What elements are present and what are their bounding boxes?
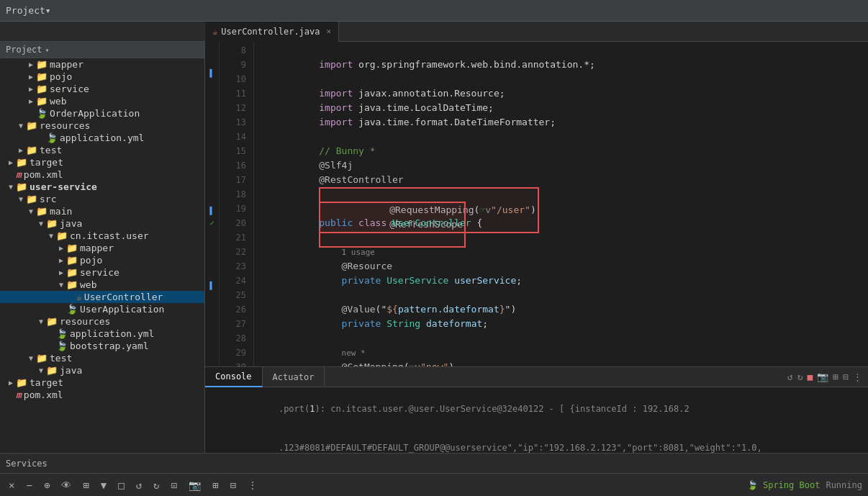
close-btn[interactable]: × — [6, 478, 17, 492]
project-label[interactable]: Project — [6, 5, 45, 16]
chart2-icon[interactable]: ⊟ — [227, 478, 238, 492]
arrow-icon: ▶ — [6, 158, 16, 166]
tree-item[interactable]: ▶ 📁 test — [0, 144, 204, 156]
gutter-row — [205, 104, 219, 117]
tree-label: mapper — [50, 59, 83, 70]
yaml-icon: 🍃 — [46, 132, 58, 143]
gutter-row — [205, 42, 219, 54]
tree-label: pojo — [50, 71, 72, 82]
tree-item[interactable]: ▶ 📁 web — [0, 95, 204, 107]
code-container[interactable]: ▌ ▌ ✓ ▌ — [205, 42, 868, 366]
add-btn[interactable]: ⊕ — [41, 478, 53, 492]
tree-item[interactable]: ▶ 📁 mapper — [0, 242, 204, 254]
folder-icon: 📁 — [56, 230, 68, 241]
code-line: public class UserController { — [263, 202, 868, 216]
tree-item-service[interactable]: ▶ 📁 service — [0, 83, 204, 95]
tree-item-user-service[interactable]: ▼ 📁 user-service — [0, 181, 204, 193]
code-line — [263, 216, 868, 230]
sidebar-header: Project ▾ — [0, 42, 204, 58]
tab-console[interactable]: Console — [205, 367, 263, 387]
tree-label: pom.xml — [24, 169, 63, 180]
code-line: public String now() { return LocalDateTi… — [263, 360, 868, 366]
tree-item[interactable]: ▼ 📁 java — [0, 217, 204, 230]
editor-area: ▌ ▌ ✓ ▌ — [205, 42, 868, 453]
console-line: .123#8081#DEFAULT#DEFAULT_GROUP@@userser… — [211, 428, 862, 453]
gutter-row — [205, 341, 219, 353]
more2-icon[interactable]: ⋮ — [245, 478, 261, 492]
tree-item[interactable]: ▼ 📁 web — [0, 279, 204, 291]
refresh-icon[interactable]: ↺ — [787, 371, 793, 382]
tree-label: web — [80, 279, 96, 290]
tab-bar: ☕ UserController.java × — [0, 22, 868, 42]
square-icon[interactable]: □ — [115, 478, 127, 492]
tree-item[interactable]: m pom.xml — [0, 389, 204, 401]
yaml-icon: 🍃 — [56, 341, 68, 351]
tree-item[interactable]: 🍃 application.yml — [0, 328, 204, 340]
grid-icon[interactable]: ⊞ — [833, 371, 838, 382]
tree-item[interactable]: 🍃 OrderApplication — [0, 107, 204, 120]
running-label: Running — [826, 480, 862, 490]
tree-item[interactable]: ▶ 📁 target — [0, 376, 204, 389]
folder-icon: 📁 — [66, 255, 78, 266]
tree-item[interactable]: 🍃 UserApplication — [0, 303, 204, 315]
camera-icon[interactable]: 📷 — [817, 371, 828, 382]
folder-icon: 📁 — [16, 181, 27, 192]
code-line: @GetMapping(☞v"now") — [263, 346, 868, 360]
gutter-row — [205, 117, 219, 129]
refresh2-icon[interactable]: ↻ — [797, 371, 803, 382]
tree-item[interactable]: ▼ 📁 cn.itcast.user — [0, 230, 204, 242]
tab-label: UserController.java — [221, 27, 320, 37]
gutter-row — [205, 317, 219, 329]
tree-label: java — [60, 365, 82, 376]
chevron-down-icon[interactable]: ▼ — [98, 478, 109, 492]
arrow-icon: ▶ — [56, 256, 66, 264]
tree-item-usercontroller[interactable]: ☕ UserController — [0, 291, 204, 303]
tree-item[interactable]: 🍃 application.yml — [0, 132, 204, 144]
tree-item[interactable]: ▶ 📁 pojo — [0, 71, 204, 83]
folder-icon: 📁 — [16, 377, 27, 388]
folder-icon: 📁 — [66, 267, 78, 278]
project-chevron[interactable]: ▾ — [45, 5, 51, 16]
arrow-icon: ▶ — [26, 73, 36, 81]
tab-actuator[interactable]: Actuator — [263, 367, 325, 387]
bottom-tabs: Console Actuator ↺ ↻ ■ 📷 ⊞ ⊟ ⋮ — [205, 367, 868, 387]
code-line: import java.time.format.DateTimeFormatte… — [263, 101, 868, 115]
camera2-icon[interactable]: 📷 — [186, 478, 204, 492]
arrow-icon: ▼ — [16, 122, 26, 130]
tree-item[interactable]: ▼ 📁 test — [0, 352, 204, 364]
refresh-left-icon[interactable]: ↺ — [133, 478, 145, 492]
tree-item[interactable]: ▶ 📁 pojo — [0, 254, 204, 266]
tree-item[interactable]: ▼ 📁 resources — [0, 315, 204, 328]
tree-item[interactable]: 🍃 bootstrap.yaml — [0, 340, 204, 352]
tree-item[interactable]: ▼ 📁 java — [0, 364, 204, 376]
gutter-row — [205, 266, 219, 279]
tab-usercontroller[interactable]: ☕ UserController.java × — [205, 22, 339, 42]
tree-item[interactable]: ▼ 📁 main — [0, 205, 204, 217]
tree-label: mapper — [80, 243, 114, 253]
minimize-btn[interactable]: − — [23, 478, 35, 492]
tree-item[interactable]: ▶ 📁 target — [0, 156, 204, 168]
grid2-icon[interactable]: ⊞ — [209, 478, 221, 492]
chart-icon[interactable]: ⊟ — [843, 371, 849, 382]
folder-icon: 📁 — [36, 206, 48, 217]
tree-item[interactable]: ▼ 📁 src — [0, 193, 204, 205]
tree-item-service2[interactable]: ▶ 📁 service — [0, 266, 204, 279]
stop-icon[interactable]: ■ — [808, 371, 813, 382]
tree-label: service — [80, 267, 119, 278]
tree-item[interactable]: ▼ 📁 resources — [0, 120, 204, 132]
more-icon[interactable]: ⋮ — [853, 371, 862, 382]
code-line: private UserService userService; — [263, 259, 868, 274]
code-line: @Slf4j — [263, 144, 868, 158]
arrow-icon: ▼ — [36, 220, 46, 227]
tree-item[interactable]: m pom.xml — [0, 168, 204, 181]
tree-item[interactable]: ▶ 📁 mapper — [0, 58, 204, 71]
filter-icon[interactable]: ⊞ — [80, 478, 91, 492]
eye-icon[interactable]: 👁 — [58, 478, 74, 492]
arrow-icon: ▼ — [36, 366, 46, 374]
tree-label: service — [50, 84, 89, 94]
close-icon[interactable]: × — [327, 27, 332, 36]
code-line — [263, 317, 868, 331]
frame-icon[interactable]: ⊡ — [168, 478, 180, 492]
folder-icon: 📁 — [26, 145, 37, 155]
refresh-right-icon[interactable]: ↻ — [150, 478, 162, 492]
